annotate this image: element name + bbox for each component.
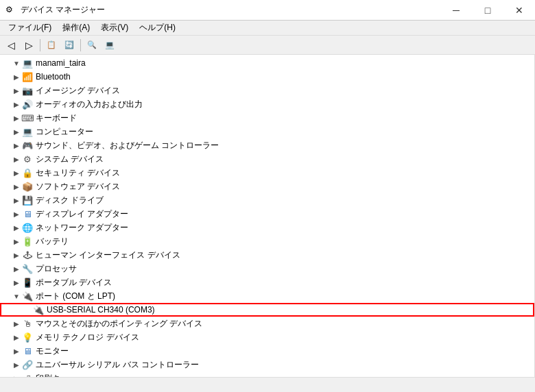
tree-item-processor[interactable]: ▶ 🔧 プロセッサ (0, 262, 534, 275)
expander-port[interactable]: ▼ (11, 291, 22, 302)
icon-keyboard: ⌨ (22, 112, 33, 123)
expander-disk[interactable]: ▶ (11, 195, 22, 206)
label-hid: ヒューマン インターフェイス デバイス (34, 249, 180, 261)
tree-item-port[interactable]: ▼ 🔌 ポート (COM と LPT) (0, 289, 534, 303)
label-sound: サウンド、ビデオ、およびゲーム コントローラー (34, 140, 219, 151)
toolbar-separator-1 (40, 39, 40, 51)
toolbar-update-button[interactable]: 🔄 (61, 38, 78, 53)
icon-disk: 💾 (22, 195, 33, 206)
tree-root[interactable]: ▼ 💻 manami_taira (0, 56, 534, 70)
label-network: ネットワーク アダプター (34, 222, 128, 234)
toolbar-forward-button[interactable]: ▷ (21, 38, 37, 53)
expander-bluetooth[interactable]: ▶ (11, 71, 22, 82)
icon-security: 🔒 (22, 167, 33, 178)
tree-item-hid[interactable]: ▶ 🕹 ヒューマン インターフェイス デバイス (0, 248, 534, 262)
window-title: デバイス マネージャー (21, 4, 105, 16)
icon-universal: 🔗 (22, 359, 33, 370)
tree-item-security[interactable]: ▶ 🔒 セキュリティ デバイス (0, 166, 534, 180)
tree-item-software[interactable]: ▶ 📦 ソフトウェア デバイス (0, 180, 534, 193)
menu-item-view[interactable]: 表示(V) (95, 21, 134, 35)
expander-memory[interactable]: ▶ (11, 332, 22, 343)
expander-battery[interactable]: ▶ (11, 236, 22, 247)
label-bluetooth: Bluetooth (34, 72, 71, 82)
root-expander[interactable]: ▼ (11, 58, 22, 69)
tree-item-computer[interactable]: ▶ 💻 コンピューター (0, 125, 534, 138)
label-system: システム デバイス (34, 154, 104, 165)
label-battery: バッテリ (34, 236, 69, 247)
icon-port: 🔌 (22, 291, 33, 302)
toolbar: ◁ ▷ 📋 🔄 🔍 💻 (0, 36, 535, 55)
tree-item-universal[interactable]: ▶ 🔗 ユニバーサル シリアル バス コントローラー (0, 358, 534, 371)
expander-hid[interactable]: ▶ (11, 249, 22, 260)
label-keyboard: キーボード (34, 112, 77, 124)
tree-item-disk[interactable]: ▶ 💾 ディスク ドライブ (0, 193, 534, 207)
tree-item-mouse[interactable]: ▶ 🖱 マウスとそのほかのポインティング デバイス (0, 317, 534, 330)
tree-item-print[interactable]: ▶ 🖨 印刷キュー (0, 371, 534, 377)
tree-item-bluetooth[interactable]: ▶ 📶 Bluetooth (0, 70, 534, 84)
tree-item-keyboard[interactable]: ▶ ⌨ キーボード (0, 111, 534, 125)
toolbar-computer-button[interactable]: 💻 (102, 38, 118, 53)
tree-item-sound[interactable]: ▶ 🎮 サウンド、ビデオ、およびゲーム コントローラー (0, 138, 534, 152)
expander-print[interactable]: ▶ (11, 373, 22, 377)
expander-imaging[interactable]: ▶ (11, 85, 22, 96)
label-usb_serial: USB-SERIAL CH340 (COM3) (45, 305, 155, 315)
expander-portable[interactable]: ▶ (11, 277, 22, 288)
tree-item-portable[interactable]: ▶ 📱 ポータブル デバイス (0, 275, 534, 289)
icon-memory: 💡 (22, 332, 33, 343)
device-tree[interactable]: ▼ 💻 manami_taira ▶ 📶 Bluetooth ▶ 📷 イメージン… (0, 55, 535, 377)
tree-item-system[interactable]: ▶ ⚙ システム デバイス (0, 152, 534, 166)
close-button[interactable]: ✕ (503, 0, 535, 21)
label-print: 印刷キュー (34, 373, 77, 378)
label-display: ディスプレイ アダプター (34, 208, 128, 220)
toolbar-scan-button[interactable]: 🔍 (84, 38, 100, 53)
expander-sound[interactable]: ▶ (11, 140, 22, 151)
expander-monitor[interactable]: ▶ (11, 345, 22, 356)
label-security: セキュリティ デバイス (34, 167, 120, 179)
expander-universal[interactable]: ▶ (11, 359, 22, 370)
toolbar-separator-2 (80, 39, 81, 51)
expander-display[interactable]: ▶ (11, 208, 22, 219)
icon-system: ⚙ (22, 154, 33, 164)
expander-computer[interactable]: ▶ (11, 126, 22, 137)
tree-item-usb_serial[interactable]: 🔌 USB-SERIAL CH340 (COM3) (0, 303, 534, 317)
icon-battery: 🔋 (22, 236, 33, 247)
icon-network: 🌐 (22, 222, 33, 233)
tree-item-audio_io[interactable]: ▶ 🔊 オーディオの入力および出力 (0, 97, 534, 111)
expander-security[interactable]: ▶ (11, 167, 22, 178)
menubar: ファイル(F)操作(A)表示(V)ヘルプ(H) (0, 21, 535, 36)
icon-portable: 📱 (22, 277, 33, 288)
main-area: ▼ 💻 manami_taira ▶ 📶 Bluetooth ▶ 📷 イメージン… (0, 55, 535, 377)
tree-item-network[interactable]: ▶ 🌐 ネットワーク アダプター (0, 221, 534, 234)
label-portable: ポータブル デバイス (34, 277, 112, 289)
maximize-button[interactable]: □ (472, 0, 503, 21)
expander-mouse[interactable]: ▶ (11, 318, 22, 329)
tree-item-monitor[interactable]: ▶ 🖥 モニター (0, 344, 534, 358)
toolbar-properties-button[interactable]: 📋 (43, 38, 60, 53)
label-software: ソフトウェア デバイス (34, 181, 120, 193)
tree-item-imaging[interactable]: ▶ 📷 イメージング デバイス (0, 84, 534, 97)
menu-item-help[interactable]: ヘルプ(H) (134, 21, 181, 35)
menu-item-file[interactable]: ファイル(F) (3, 21, 57, 35)
minimize-button[interactable]: ─ (440, 0, 472, 21)
expander-software[interactable]: ▶ (11, 181, 22, 192)
label-computer: コンピューター (34, 126, 93, 138)
label-processor: プロセッサ (34, 263, 77, 275)
icon-usb_serial: 🔌 (33, 304, 44, 315)
label-mouse: マウスとそのほかのポインティング デバイス (34, 318, 202, 330)
expander-system[interactable]: ▶ (11, 154, 22, 164)
titlebar-left: ⚙ デバイス マネージャー (5, 4, 105, 16)
icon-display: 🖥 (22, 208, 33, 219)
tree-item-battery[interactable]: ▶ 🔋 バッテリ (0, 234, 534, 248)
expander-audio_io[interactable]: ▶ (11, 99, 22, 110)
label-imaging: イメージング デバイス (34, 85, 120, 97)
tree-item-display[interactable]: ▶ 🖥 ディスプレイ アダプター (0, 207, 534, 221)
expander-processor[interactable]: ▶ (11, 263, 22, 274)
app-icon: ⚙ (5, 5, 16, 16)
icon-monitor: 🖥 (22, 345, 33, 356)
menu-item-action[interactable]: 操作(A) (57, 21, 95, 35)
titlebar-controls: ─ □ ✕ (440, 0, 535, 21)
expander-network[interactable]: ▶ (11, 222, 22, 233)
tree-item-memory[interactable]: ▶ 💡 メモリ テクノロジ デバイス (0, 330, 534, 344)
toolbar-back-button[interactable]: ◁ (3, 38, 19, 53)
icon-audio_io: 🔊 (22, 99, 33, 110)
